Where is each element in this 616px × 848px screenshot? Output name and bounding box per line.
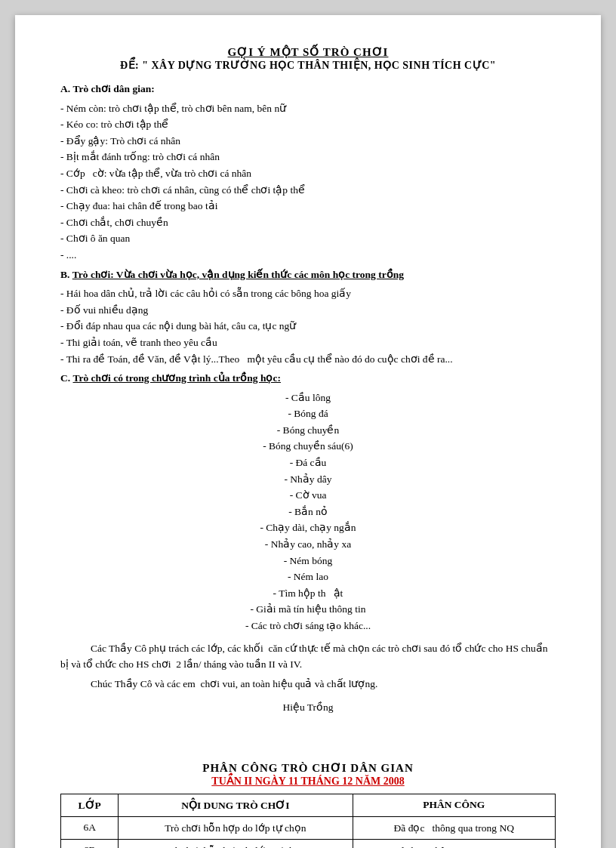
list-item: - Đẩy gậy: Trò chơi cá nhân xyxy=(60,133,556,150)
section-b-header: B. Trò chơi: Vừa chơi vừa học, vận dụng … xyxy=(60,267,556,283)
closing-para2: Chúc Thầy Cô và các em chơi vui, an toàn… xyxy=(60,676,556,692)
list-item: - .... xyxy=(60,247,556,264)
closing-para1: Các Thầy Cô phụ trách các lớp, các khối … xyxy=(60,640,556,673)
list-item: - Nhảy dây xyxy=(60,471,556,488)
list-item: - Cớp cờ: vừa tập thể, vừa trò chơi cá n… xyxy=(60,165,556,182)
col-class: LỚP xyxy=(61,794,119,816)
list-item: - Bóng chuyền sáu(6) xyxy=(60,438,556,455)
list-item: - Bóng đá xyxy=(60,405,556,422)
list-item: - Chơi ô ăn quan xyxy=(60,230,556,247)
col-content: NỘI DUNG TRÒ CHƠI xyxy=(119,794,353,816)
main-title: GỢI Ý MỘT SỐ TRÒ CHƠI xyxy=(60,45,556,59)
list-item: - Giải mã tín hiệu thông tin xyxy=(60,601,556,618)
table-row: 6A Trò chơi hỗn hợp do lớp tự chọn Đã đọ… xyxy=(61,816,556,839)
list-item: - Tìm hộp th ật xyxy=(60,585,556,602)
table-header: PHÂN CÔNG TRÒ CHƠI DÂN GIAN TUẦN II NGÀY… xyxy=(60,761,556,788)
section-b-title: Trò chơi: Vừa chơi vừa học, vận dụng kiế… xyxy=(72,269,404,280)
section-c-header: C. Trò chơi có trong chương trình của tr… xyxy=(60,370,556,387)
cell-class: 6B xyxy=(61,839,119,848)
table-header-row: LỚP NỘI DUNG TRÒ CHƠI PHÂN CÔNG xyxy=(61,794,556,816)
cell-content: Trò chơi hỗn hợp do lớp tự chọn xyxy=(119,816,353,839)
section-c-title: Trò chơi có trong chương trình của trồng… xyxy=(73,372,281,384)
table-title1: PHÂN CÔNG TRÒ CHƠI DÂN GIAN xyxy=(60,761,556,775)
list-item: - Chơi cà kheo: trò chơi cá nhân, cũng c… xyxy=(60,182,556,199)
section-a-label: A. xyxy=(60,83,70,94)
section-a-title: Trò chơi dân gian: xyxy=(73,83,155,94)
list-item: - Đá cầu xyxy=(60,455,556,471)
list-item: - Ném còn: trò chơi tập thể, trò chơi bê… xyxy=(60,100,556,117)
list-item: - Chơi chắt, chơi chuyền xyxy=(60,214,556,231)
list-item: - Ném bóng xyxy=(60,553,556,569)
section-b-items: - Hái hoa dân chủ, trả lời các câu hỏi c… xyxy=(60,285,556,367)
list-item: - Cờ vua xyxy=(60,487,556,504)
section-c-items: - Cầu lông - Bóng đá - Bóng chuyền - Bón… xyxy=(60,390,556,634)
list-item: - Kéo co: trò chơi tập thể xyxy=(60,116,556,133)
list-item: - Đố vui nhiều dạng xyxy=(60,302,556,319)
list-item: - Các trò chơi sáng tạo khác... xyxy=(60,618,556,634)
cell-content: Trò chơi hỗn hợp do lớp tự chọn xyxy=(119,839,353,848)
list-item: - Hái hoa dân chủ, trả lời các câu hỏi c… xyxy=(60,285,556,302)
section-a-items: - Ném còn: trò chơi tập thể, trò chơi bê… xyxy=(60,100,556,264)
section-c-label: C. xyxy=(60,372,70,384)
list-item: - Bắn nỏ xyxy=(60,504,556,520)
sign-off: Hiệu Trồng xyxy=(60,699,556,716)
list-item: - Ném lao xyxy=(60,569,556,585)
col-assignment: PHÂN CÔNG xyxy=(353,794,555,816)
cell-class: 6A xyxy=(61,816,119,839)
page: GỢI Ý MỘT SỐ TRÒ CHƠI ĐỂ: " XÂY DỰNG TRƯ… xyxy=(15,15,601,848)
list-item: - Nhảy cao, nhảy xa xyxy=(60,536,556,553)
list-item: - Chạy dài, chạy ngắn xyxy=(60,520,556,536)
cell-assignment: Đã đọc thông qua trong NQ xyxy=(353,816,555,839)
list-item: - Đổi đáp nhau qua các nội dung bài hát,… xyxy=(60,318,556,335)
list-item: - Chạy đua: hai chân đế trong bao tải xyxy=(60,198,556,214)
cell-assignment: Đã đọc thông qua trong NQ xyxy=(353,839,555,848)
list-item: - Cầu lông xyxy=(60,390,556,406)
assignment-table: LỚP NỘI DUNG TRÒ CHƠI PHÂN CÔNG 6A Trò c… xyxy=(60,794,556,848)
table-row: 6B Trò chơi hỗn hợp do lớp tự chọn Đã đọ… xyxy=(61,839,556,848)
table-section: PHÂN CÔNG TRÒ CHƠI DÂN GIAN TUẦN II NGÀY… xyxy=(60,761,556,848)
list-item: - Bịt mắt đánh trống: trò chơi cá nhân xyxy=(60,149,556,165)
list-item: - Thi giải toán, vẽ tranh theo yêu cầu xyxy=(60,335,556,351)
table-title2: TUẦN II NGÀY 11 THÁNG 12 NĂM 2008 xyxy=(60,775,556,788)
list-item: - Bóng chuyền xyxy=(60,422,556,439)
sub-title: ĐỂ: " XÂY DỰNG TRƯỜNG HỌC THÂN THIỆN, HỌ… xyxy=(60,59,556,72)
main-content: A. Trò chơi dân gian: - Ném còn: trò chơ… xyxy=(60,81,556,716)
list-item: - Thi ra đề Toán, đề Văn, đề Vật lý...Th… xyxy=(60,351,556,368)
page-header: GỢI Ý MỘT SỐ TRÒ CHƠI ĐỂ: " XÂY DỰNG TRƯ… xyxy=(60,45,556,72)
section-b-label: B. xyxy=(60,269,69,280)
sign-text: Hiệu Trồng xyxy=(282,702,333,713)
section-a-header: A. Trò chơi dân gian: xyxy=(60,81,556,97)
